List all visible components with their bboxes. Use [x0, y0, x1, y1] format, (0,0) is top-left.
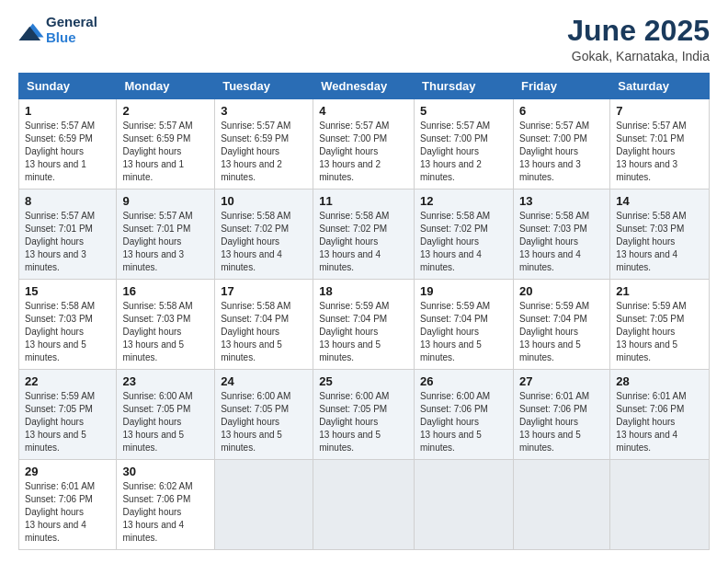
day-info: Sunrise: 6:00 AMSunset: 7:05 PMDaylight …	[319, 390, 408, 454]
day-number: 1	[25, 104, 110, 118]
weekday-header-monday: Monday	[117, 74, 215, 99]
logo-text-line1: General	[46, 15, 97, 30]
month-title: June 2025	[567, 15, 710, 47]
day-number: 20	[519, 284, 604, 298]
day-info: Sunrise: 6:01 AMSunset: 7:06 PMDaylight …	[519, 390, 604, 454]
day-info: Sunrise: 5:58 AMSunset: 7:03 PMDaylight …	[616, 210, 703, 274]
day-number: 6	[519, 104, 604, 118]
day-info: Sunrise: 5:59 AMSunset: 7:04 PMDaylight …	[519, 300, 604, 364]
day-number: 25	[319, 374, 408, 388]
day-info: Sunrise: 6:01 AMSunset: 7:06 PMDaylight …	[616, 390, 703, 454]
day-info: Sunrise: 5:59 AMSunset: 7:05 PMDaylight …	[25, 390, 110, 454]
calendar-cell: 30Sunrise: 6:02 AMSunset: 7:06 PMDayligh…	[117, 460, 215, 550]
day-number: 8	[25, 194, 110, 208]
day-number: 2	[122, 104, 209, 118]
day-info: Sunrise: 5:58 AMSunset: 7:03 PMDaylight …	[519, 210, 604, 274]
day-number: 29	[25, 465, 110, 478]
day-number: 18	[319, 284, 408, 298]
day-number: 9	[122, 194, 209, 208]
calendar-cell	[610, 460, 710, 550]
day-number: 14	[616, 194, 703, 208]
day-number: 24	[221, 374, 307, 388]
logo: General Blue	[18, 15, 97, 45]
calendar-cell: 1Sunrise: 5:57 AMSunset: 6:59 PMDaylight…	[19, 99, 117, 190]
day-number: 30	[122, 465, 209, 478]
day-info: Sunrise: 6:00 AMSunset: 7:05 PMDaylight …	[122, 390, 209, 454]
calendar-cell: 22Sunrise: 5:59 AMSunset: 7:05 PMDayligh…	[19, 370, 117, 460]
weekday-header-tuesday: Tuesday	[215, 74, 313, 99]
calendar-cell: 2Sunrise: 5:57 AMSunset: 6:59 PMDaylight…	[117, 99, 215, 190]
day-number: 27	[519, 374, 604, 388]
day-info: Sunrise: 5:57 AMSunset: 7:01 PMDaylight …	[122, 210, 209, 274]
calendar-table: SundayMondayTuesdayWednesdayThursdayFrid…	[18, 73, 710, 550]
calendar-cell: 13Sunrise: 5:58 AMSunset: 7:03 PMDayligh…	[513, 190, 609, 280]
calendar-cell: 7Sunrise: 5:57 AMSunset: 7:01 PMDaylight…	[610, 99, 710, 190]
day-info: Sunrise: 5:57 AMSunset: 6:59 PMDaylight …	[221, 120, 307, 184]
day-info: Sunrise: 5:58 AMSunset: 7:02 PMDaylight …	[420, 210, 507, 274]
calendar-cell: 4Sunrise: 5:57 AMSunset: 7:00 PMDaylight…	[313, 99, 415, 190]
day-number: 16	[122, 284, 209, 298]
calendar-cell: 9Sunrise: 5:57 AMSunset: 7:01 PMDaylight…	[117, 190, 215, 280]
day-info: Sunrise: 5:59 AMSunset: 7:05 PMDaylight …	[616, 300, 703, 364]
day-info: Sunrise: 5:58 AMSunset: 7:03 PMDaylight …	[122, 300, 209, 364]
weekday-header-row: SundayMondayTuesdayWednesdayThursdayFrid…	[19, 74, 710, 99]
location: Gokak, Karnataka, India	[567, 49, 710, 63]
day-number: 26	[420, 374, 507, 388]
day-info: Sunrise: 5:58 AMSunset: 7:02 PMDaylight …	[221, 210, 307, 274]
weekday-header-saturday: Saturday	[610, 74, 710, 99]
day-number: 15	[25, 284, 110, 298]
calendar-cell: 23Sunrise: 6:00 AMSunset: 7:05 PMDayligh…	[117, 370, 215, 460]
day-info: Sunrise: 5:57 AMSunset: 7:00 PMDaylight …	[319, 120, 408, 184]
day-info: Sunrise: 5:58 AMSunset: 7:03 PMDaylight …	[25, 300, 110, 364]
calendar-cell: 15Sunrise: 5:58 AMSunset: 7:03 PMDayligh…	[19, 280, 117, 370]
calendar-cell	[513, 460, 609, 550]
calendar-cell: 28Sunrise: 6:01 AMSunset: 7:06 PMDayligh…	[610, 370, 710, 460]
day-info: Sunrise: 5:58 AMSunset: 7:02 PMDaylight …	[319, 210, 408, 274]
logo-text-line2: Blue	[46, 30, 97, 46]
calendar-cell: 12Sunrise: 5:58 AMSunset: 7:02 PMDayligh…	[415, 190, 514, 280]
calendar-cell: 18Sunrise: 5:59 AMSunset: 7:04 PMDayligh…	[313, 280, 415, 370]
calendar-cell: 11Sunrise: 5:58 AMSunset: 7:02 PMDayligh…	[313, 190, 415, 280]
calendar-cell: 27Sunrise: 6:01 AMSunset: 7:06 PMDayligh…	[513, 370, 609, 460]
day-info: Sunrise: 5:57 AMSunset: 7:00 PMDaylight …	[519, 120, 604, 184]
day-info: Sunrise: 5:59 AMSunset: 7:04 PMDaylight …	[420, 300, 507, 364]
day-info: Sunrise: 6:00 AMSunset: 7:06 PMDaylight …	[420, 390, 507, 454]
day-number: 19	[420, 284, 507, 298]
day-number: 28	[616, 374, 703, 388]
day-number: 21	[616, 284, 703, 298]
header: General Blue June 2025 Gokak, Karnataka,…	[18, 15, 710, 63]
calendar-cell: 3Sunrise: 5:57 AMSunset: 6:59 PMDaylight…	[215, 99, 313, 190]
day-number: 10	[221, 194, 307, 208]
day-info: Sunrise: 6:02 AMSunset: 7:06 PMDaylight …	[122, 480, 209, 545]
weekday-header-wednesday: Wednesday	[313, 74, 415, 99]
calendar-cell: 21Sunrise: 5:59 AMSunset: 7:05 PMDayligh…	[610, 280, 710, 370]
day-info: Sunrise: 5:57 AMSunset: 7:01 PMDaylight …	[616, 120, 703, 184]
day-number: 7	[616, 104, 703, 118]
calendar-cell: 10Sunrise: 5:58 AMSunset: 7:02 PMDayligh…	[215, 190, 313, 280]
day-info: Sunrise: 5:57 AMSunset: 7:01 PMDaylight …	[25, 210, 110, 274]
weekday-header-thursday: Thursday	[415, 74, 514, 99]
calendar-cell: 8Sunrise: 5:57 AMSunset: 7:01 PMDaylight…	[19, 190, 117, 280]
day-info: Sunrise: 5:58 AMSunset: 7:04 PMDaylight …	[221, 300, 307, 364]
day-info: Sunrise: 5:59 AMSunset: 7:04 PMDaylight …	[319, 300, 408, 364]
day-info: Sunrise: 5:57 AMSunset: 6:59 PMDaylight …	[25, 120, 110, 184]
calendar-cell	[415, 460, 514, 550]
day-number: 22	[25, 374, 110, 388]
day-number: 4	[319, 104, 408, 118]
day-info: Sunrise: 6:01 AMSunset: 7:06 PMDaylight …	[25, 480, 110, 545]
calendar-cell: 26Sunrise: 6:00 AMSunset: 7:06 PMDayligh…	[415, 370, 514, 460]
calendar-cell: 14Sunrise: 5:58 AMSunset: 7:03 PMDayligh…	[610, 190, 710, 280]
calendar-cell: 24Sunrise: 6:00 AMSunset: 7:05 PMDayligh…	[215, 370, 313, 460]
calendar-cell: 6Sunrise: 5:57 AMSunset: 7:00 PMDaylight…	[513, 99, 609, 190]
weekday-header-sunday: Sunday	[19, 74, 117, 99]
day-info: Sunrise: 5:57 AMSunset: 6:59 PMDaylight …	[122, 120, 209, 184]
day-number: 17	[221, 284, 307, 298]
day-info: Sunrise: 5:57 AMSunset: 7:00 PMDaylight …	[420, 120, 507, 184]
day-info: Sunrise: 6:00 AMSunset: 7:05 PMDaylight …	[221, 390, 307, 454]
day-number: 5	[420, 104, 507, 118]
calendar-cell: 5Sunrise: 5:57 AMSunset: 7:00 PMDaylight…	[415, 99, 514, 190]
calendar-cell: 20Sunrise: 5:59 AMSunset: 7:04 PMDayligh…	[513, 280, 609, 370]
day-number: 13	[519, 194, 604, 208]
title-area: June 2025 Gokak, Karnataka, India	[567, 15, 710, 63]
day-number: 3	[221, 104, 307, 118]
